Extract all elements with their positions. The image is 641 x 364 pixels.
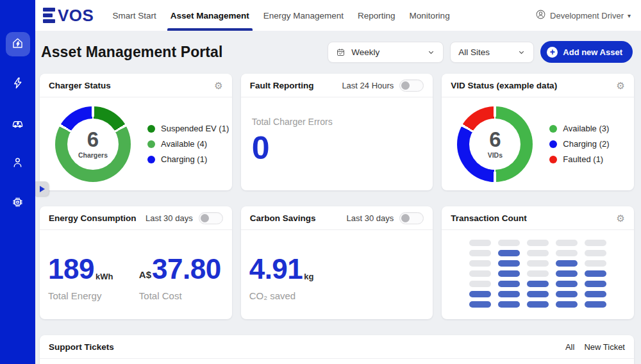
nav-item-energy-management[interactable]: Energy Management xyxy=(256,0,351,31)
card-title: Charger Status xyxy=(49,81,111,90)
sidebar-item-energy[interactable] xyxy=(6,72,30,96)
fault-reporting-body: Total Charger Errors 0 xyxy=(241,97,433,164)
gear-icon[interactable]: ⚙ xyxy=(214,81,222,90)
card-title: Carbon Savings xyxy=(250,213,316,223)
support-tickets-card: Support Tickets All New Ticket xyxy=(40,335,634,364)
sidebar-item-devices[interactable] xyxy=(6,191,30,215)
evos-logo[interactable]: VOS xyxy=(43,7,94,24)
co2-saved-value: 4.91 xyxy=(249,256,303,283)
carbon-savings-card: Carbon Savings Last 30 days 4.91 kg CO₂ … xyxy=(241,206,433,319)
charger-status-header: Charger Status ⚙ xyxy=(40,74,232,97)
legend-dot xyxy=(549,156,557,163)
bar-segment-empty xyxy=(585,240,606,246)
legend-item: Faulted (1) xyxy=(549,154,609,164)
bar-segment-filled xyxy=(585,291,606,297)
last-24-hours-toggle[interactable] xyxy=(399,79,424,92)
total-cost-metric: A$ 37.80 Total Cost xyxy=(139,256,221,301)
add-new-asset-label: Add new Asset xyxy=(563,47,622,57)
header-controls: Weekly All Sites + Add new Asset xyxy=(328,41,633,63)
card-title: VID Status (example data) xyxy=(451,81,557,90)
sidebar-item-ev-chargers[interactable] xyxy=(6,112,30,136)
bar-segment-empty xyxy=(585,260,606,267)
donut-center-value: 6 xyxy=(87,129,99,150)
add-new-asset-button[interactable]: + Add new Asset xyxy=(540,41,633,63)
site-select[interactable]: All Sites xyxy=(450,42,534,63)
new-ticket-button[interactable]: New Ticket xyxy=(584,342,625,352)
bar-segment-empty xyxy=(469,270,491,277)
bar-segment-filled xyxy=(498,260,520,267)
energy-consumption-card: Energy Consumption Last 30 days 189 kWh … xyxy=(40,206,232,319)
bar-segment-empty xyxy=(469,281,491,287)
support-tickets-body xyxy=(40,359,634,364)
bar-segment-filled xyxy=(556,270,578,277)
period-select[interactable]: Weekly xyxy=(328,42,444,63)
bar-segment-filled xyxy=(556,260,578,267)
total-energy-metric: 189 kWh Total Energy xyxy=(48,256,139,301)
card-title: Support Tickets xyxy=(49,342,114,352)
site-select-value: All Sites xyxy=(458,47,490,57)
nav-item-monitoring[interactable]: Monitoring xyxy=(403,0,457,31)
bar-segment-empty xyxy=(585,250,606,256)
currency-prefix: A$ xyxy=(139,269,151,283)
card-title: Fault Reporting xyxy=(250,81,314,90)
legend-item: Available (3) xyxy=(549,124,609,133)
sidebar xyxy=(0,0,35,364)
bar-segment-empty xyxy=(469,250,491,256)
bar-segment-filled xyxy=(498,281,520,287)
toggle-label: Last 24 Hours xyxy=(342,81,394,90)
bar-segment-filled xyxy=(527,281,549,287)
total-energy-label: Total Energy xyxy=(48,290,139,301)
legend-label: Charging (2) xyxy=(563,139,609,149)
sidebar-item-users[interactable] xyxy=(6,151,30,176)
bar-segment-filled xyxy=(498,250,520,256)
gear-icon[interactable]: ⚙ xyxy=(617,213,625,223)
nav-item-asset-management[interactable]: Asset Management xyxy=(163,0,256,31)
home-icon xyxy=(11,37,24,53)
bar-segment-filled xyxy=(469,301,491,308)
sidebar-item-home[interactable] xyxy=(6,32,30,56)
gear-icon[interactable]: ⚙ xyxy=(617,81,625,90)
main-content: Asset Management Portal Weekly All Sites… xyxy=(35,31,641,364)
sidebar-expand-handle[interactable] xyxy=(35,181,49,196)
nav-item-reporting[interactable]: Reporting xyxy=(351,0,403,31)
evos-logo-e-icon xyxy=(43,8,55,23)
vid-status-body: 6 VIDs Available (3)Charging (2)Faulted … xyxy=(442,97,634,190)
energy-consumption-header: Energy Consumption Last 30 days xyxy=(40,206,232,230)
nav-item-smart-start[interactable]: Smart Start xyxy=(105,0,163,31)
legend-label: Faulted (1) xyxy=(563,154,603,164)
bar-segment-filled xyxy=(498,291,520,297)
legend-dot xyxy=(549,140,557,148)
bar-segment-filled xyxy=(498,270,520,277)
legend-label: Suspended EV (1) xyxy=(161,124,229,133)
donut-center-value: 6 xyxy=(489,129,501,150)
metric-caption: Total Charger Errors xyxy=(252,117,422,127)
user-avatar-icon xyxy=(535,9,546,22)
bar-segment-filled xyxy=(585,270,606,277)
bar-segment-filled xyxy=(527,291,549,297)
vid-status-legend: Available (3)Charging (2)Faulted (1) xyxy=(549,124,609,164)
support-tickets-header: Support Tickets All New Ticket xyxy=(40,335,634,359)
charger-status-body: 6 Chargers Suspended EV (1)Available (4)… xyxy=(40,97,232,190)
legend-item: Suspended EV (1) xyxy=(147,124,229,133)
last-30-days-toggle[interactable] xyxy=(399,212,424,224)
main-nav: Smart Start Asset Management Energy Mana… xyxy=(105,0,456,31)
legend-label: Available (3) xyxy=(563,124,609,133)
toggle-label: Last 30 days xyxy=(146,213,193,223)
charger-status-legend: Suspended EV (1)Available (4)Charging (1… xyxy=(147,124,229,164)
fault-reporting-header: Fault Reporting Last 24 Hours xyxy=(241,74,433,97)
total-charger-errors-value: 0 xyxy=(252,132,422,164)
legend-dot xyxy=(147,156,155,163)
user-menu[interactable]: Development Driver ▾ xyxy=(535,9,631,22)
expand-arrow-icon xyxy=(40,186,45,192)
charger-status-card: Charger Status ⚙ 6 Chargers Suspended EV… xyxy=(40,74,232,190)
person-icon xyxy=(11,156,24,172)
last-30-days-toggle[interactable] xyxy=(199,212,223,224)
legend-label: Available (4) xyxy=(161,139,207,149)
bar-segment-empty xyxy=(527,250,549,256)
donut-center-label: Chargers xyxy=(78,151,108,159)
transaction-count-chart xyxy=(469,240,606,308)
caret-down-icon: ▾ xyxy=(628,12,631,19)
co2-saved-metric: 4.91 kg CO₂ saved xyxy=(249,256,314,301)
period-select-value: Weekly xyxy=(351,47,379,57)
support-filter-all[interactable]: All xyxy=(565,342,574,352)
